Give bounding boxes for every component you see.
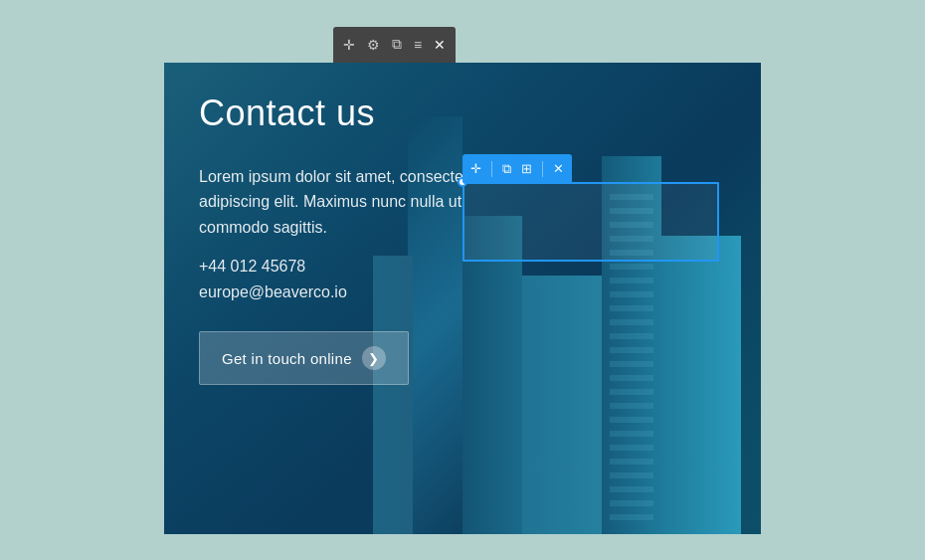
widget-move-icon[interactable]: ✛ [470, 161, 481, 176]
cta-button-label: Get in touch online [222, 350, 352, 367]
menu-icon[interactable]: ≡ [414, 37, 422, 53]
email-address: europe@beaverco.io [199, 283, 577, 301]
page-title: Contact us [199, 93, 577, 134]
widget-columns-icon[interactable]: ⊞ [521, 161, 532, 176]
widget-selected-area[interactable] [462, 182, 719, 262]
move-tool-icon[interactable]: ✛ [343, 37, 355, 53]
widget-toolbar-divider [491, 161, 492, 177]
arrow-icon: ❯ [368, 351, 379, 366]
widget-toolbar[interactable]: ✛ ⧉ ⊞ ✕ [462, 154, 572, 184]
close-icon[interactable]: ✕ [434, 37, 446, 53]
widget-toolbar-divider-2 [542, 161, 543, 177]
editor-container: ✛ ⚙ ⧉ ≡ ✕ Contact us Lorem ipsum dolor s… [164, 27, 761, 534]
content-panel: Contact us Lorem ipsum dolor sit amet, c… [164, 63, 761, 534]
arrow-circle-icon: ❯ [362, 346, 386, 370]
wrench-icon[interactable]: ⚙ [367, 37, 380, 53]
widget-close-icon[interactable]: ✕ [553, 161, 564, 176]
top-toolbar[interactable]: ✛ ⚙ ⧉ ≡ ✕ [333, 27, 456, 63]
copy-tool-icon[interactable]: ⧉ [392, 36, 402, 53]
widget-copy-icon[interactable]: ⧉ [502, 161, 511, 177]
building-1 [661, 236, 741, 534]
cta-button[interactable]: Get in touch online ❯ [199, 331, 409, 385]
